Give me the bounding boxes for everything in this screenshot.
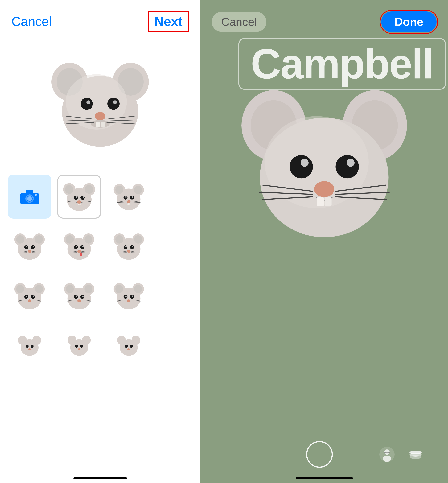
svg-rect-173	[324, 197, 331, 206]
svg-point-67	[28, 250, 32, 253]
svg-point-119	[85, 285, 93, 293]
svg-point-105	[35, 285, 43, 293]
mouse-grid-4-1	[13, 333, 46, 358]
svg-rect-13	[101, 122, 105, 127]
layers-icon-button[interactable]	[406, 445, 425, 464]
svg-point-31	[74, 195, 78, 200]
svg-point-117	[66, 285, 74, 293]
svg-point-167	[289, 155, 313, 178]
svg-point-182	[383, 456, 391, 462]
svg-point-6	[81, 98, 93, 110]
grid-row-2	[8, 224, 193, 268]
cancel-button-right[interactable]: Cancel	[212, 12, 266, 32]
svg-point-66	[33, 246, 34, 247]
cancel-button-left[interactable]: Cancel	[11, 14, 52, 29]
mouse-preview-right	[238, 76, 410, 248]
grid-row-4	[8, 323, 193, 367]
svg-point-146	[25, 345, 29, 348]
grid-cell-2-2[interactable]	[57, 224, 101, 268]
mouse-grid-selected	[62, 179, 96, 214]
svg-point-168	[301, 159, 309, 167]
svg-point-44	[115, 185, 123, 194]
grid-cell-1-3[interactable]	[107, 175, 151, 219]
grid-row-3	[8, 274, 193, 318]
mouse-grid-2-2	[63, 230, 95, 263]
svg-point-7	[86, 100, 90, 104]
camera-cell[interactable]	[8, 175, 51, 219]
right-header: Cancel Done	[200, 0, 448, 40]
svg-point-33	[80, 195, 85, 200]
grid-cell-4-3[interactable]	[107, 323, 151, 367]
svg-point-92	[124, 245, 128, 249]
svg-point-51	[127, 200, 131, 203]
mouse-grid-1-3	[112, 180, 145, 213]
shutter-button[interactable]	[306, 441, 333, 468]
grid-cell-selected[interactable]	[57, 175, 101, 219]
grid-cell-4-1[interactable]	[8, 323, 51, 367]
svg-point-62	[35, 235, 43, 243]
svg-rect-40	[78, 204, 79, 205]
mouse-grid-4-2	[63, 333, 95, 358]
svg-point-135	[126, 296, 127, 297]
right-panel: Cancel Done Campbell	[200, 0, 448, 483]
svg-point-50	[132, 196, 133, 198]
bottom-controls	[200, 441, 448, 468]
grid-cell-2-3[interactable]	[107, 224, 151, 268]
svg-point-156	[117, 336, 126, 345]
svg-point-120	[74, 295, 78, 299]
avatar-icon-button[interactable]	[377, 445, 397, 464]
svg-point-169	[336, 155, 359, 178]
svg-point-154	[78, 348, 80, 350]
svg-point-96	[127, 250, 131, 253]
svg-point-138	[127, 299, 131, 302]
svg-rect-57	[129, 203, 130, 205]
svg-point-79	[80, 245, 85, 249]
grid-cell-3-1[interactable]	[8, 274, 51, 318]
mouse-preview-large	[47, 50, 153, 157]
mouse-grid-3-3	[112, 280, 145, 312]
svg-point-64	[26, 246, 28, 247]
grid-row-1	[8, 175, 193, 219]
right-controls	[377, 445, 425, 464]
svg-point-145	[32, 336, 41, 345]
next-button[interactable]: Next	[148, 11, 189, 31]
left-panel: Cancel Next	[0, 0, 200, 483]
svg-point-48	[126, 196, 127, 198]
svg-point-153	[80, 345, 83, 348]
svg-point-8	[107, 98, 120, 110]
grid-cell-3-2[interactable]	[57, 274, 101, 318]
svg-point-110	[28, 299, 32, 302]
svg-point-148	[28, 348, 31, 350]
svg-point-134	[124, 295, 128, 299]
svg-point-151	[82, 336, 91, 345]
svg-rect-24	[26, 190, 33, 193]
svg-point-122	[80, 295, 85, 299]
mouse-grid-3-2	[63, 280, 95, 312]
svg-point-106	[24, 295, 28, 299]
done-button[interactable]: Done	[381, 11, 437, 32]
svg-point-76	[85, 235, 93, 243]
camera-icon	[19, 188, 40, 205]
svg-rect-184	[387, 451, 390, 453]
svg-point-144	[18, 336, 27, 345]
grid-cell-4-2[interactable]	[57, 323, 101, 367]
svg-point-9	[113, 100, 117, 104]
mouse-right-container	[238, 76, 410, 248]
home-indicator-right	[296, 477, 353, 479]
svg-point-107	[26, 296, 28, 297]
grid-cell-3-3[interactable]	[107, 274, 151, 318]
emoji-grid	[0, 169, 200, 483]
svg-point-25	[35, 194, 37, 196]
svg-rect-183	[384, 451, 387, 453]
layers-icon	[407, 446, 424, 463]
svg-point-49	[130, 195, 134, 200]
svg-point-91	[134, 235, 142, 243]
svg-point-158	[125, 345, 128, 348]
svg-point-77	[74, 245, 78, 249]
svg-rect-41	[79, 204, 81, 205]
grid-cell-2-1[interactable]	[8, 224, 51, 268]
svg-point-93	[126, 246, 127, 247]
svg-point-109	[33, 296, 34, 297]
svg-point-171	[314, 181, 334, 197]
svg-point-35	[77, 201, 81, 203]
